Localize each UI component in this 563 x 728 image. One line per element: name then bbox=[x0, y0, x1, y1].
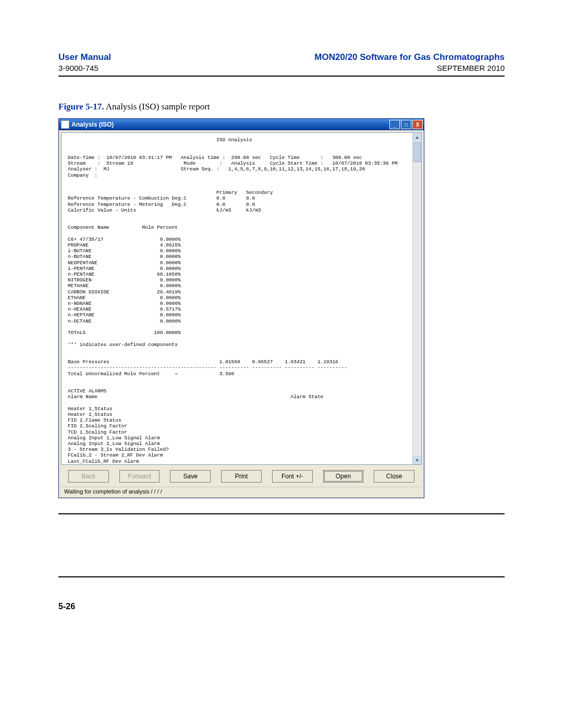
header-right-title: MON20/20 Software for Gas Chromatographs bbox=[314, 52, 505, 63]
header-left-sub: 3-9000-745 bbox=[58, 64, 99, 72]
scroll-thumb[interactable] bbox=[413, 142, 421, 162]
font-button[interactable]: Font +/- bbox=[272, 470, 313, 483]
report-text: ISO Analysis Date-Time : 10/07/2010 03:4… bbox=[62, 133, 421, 464]
statusbar: Waiting for completion of analysis / / /… bbox=[61, 487, 422, 496]
app-icon bbox=[61, 120, 69, 129]
analysis-window: Analysis (ISO) _ □ X ISO Analysis Date-T… bbox=[58, 118, 424, 498]
window-title: Analysis (ISO) bbox=[71, 121, 114, 128]
header-left-title: User Manual bbox=[58, 52, 111, 63]
header-right-sub: SEPTEMBER 2010 bbox=[437, 64, 505, 72]
header-rule bbox=[58, 76, 505, 77]
forward-button[interactable]: Forward bbox=[119, 470, 160, 483]
page-number: 5-26 bbox=[58, 602, 75, 611]
open-button[interactable]: Open bbox=[323, 470, 364, 483]
minimize-button[interactable]: _ bbox=[389, 120, 400, 129]
titlebar[interactable]: Analysis (ISO) _ □ X bbox=[59, 119, 424, 130]
scroll-up-icon[interactable]: ▴ bbox=[413, 133, 421, 141]
close-window-button[interactable]: X bbox=[412, 120, 423, 129]
button-row: Back Forward Save Print Font +/- Open Cl… bbox=[61, 465, 422, 487]
figure-caption: Figure 5-17. Analysis (ISO) sample repor… bbox=[58, 102, 505, 112]
print-button[interactable]: Print bbox=[221, 470, 262, 483]
maximize-button[interactable]: □ bbox=[401, 120, 411, 129]
figure-number: Figure 5-17. bbox=[58, 102, 104, 112]
scroll-down-icon[interactable]: ▾ bbox=[413, 456, 421, 464]
mid-rule bbox=[58, 513, 505, 514]
close-button[interactable]: Close bbox=[374, 470, 414, 483]
vertical-scrollbar[interactable]: ▴ ▾ bbox=[412, 133, 421, 464]
back-button[interactable]: Back bbox=[68, 470, 109, 483]
figure-text: Analysis (ISO) sample report bbox=[106, 102, 210, 112]
save-button[interactable]: Save bbox=[170, 470, 211, 483]
bottom-rule bbox=[58, 576, 505, 577]
client-area: ISO Analysis Date-Time : 10/07/2010 03:4… bbox=[59, 130, 424, 498]
